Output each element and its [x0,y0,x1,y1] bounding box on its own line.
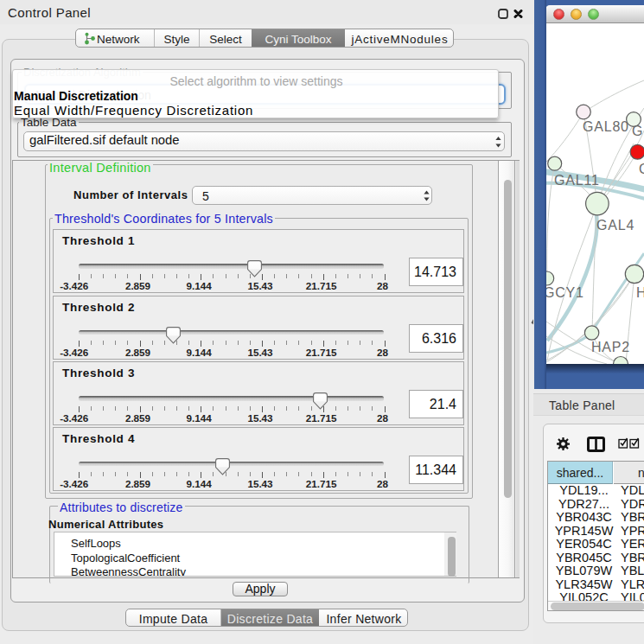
svg-text:GCY1: GCY1 [546,285,584,300]
svg-text:GAL80: GAL80 [583,119,629,134]
svg-text:C: C [639,162,644,176]
svg-text:G: G [632,124,643,138]
svg-text:GAL11: GAL11 [554,173,600,188]
svg-text:H: H [636,285,644,300]
svg-text:HAP2: HAP2 [591,340,630,354]
svg-text:GAL4: GAL4 [596,218,634,233]
